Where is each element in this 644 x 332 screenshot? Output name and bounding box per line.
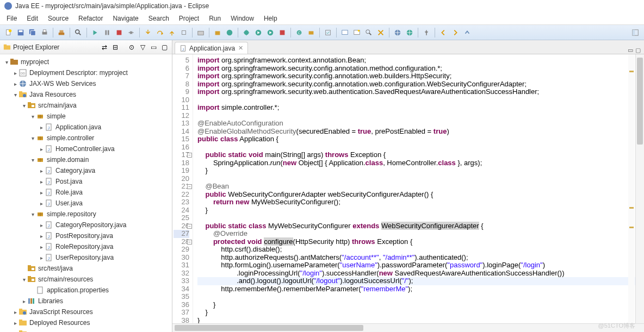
twisty-icon[interactable]: ▸ bbox=[38, 201, 45, 206]
menu-window[interactable]: Window bbox=[226, 14, 258, 23]
minimize-icon[interactable]: ▭ bbox=[149, 43, 158, 52]
tree-node[interactable]: ▾simple.domain bbox=[1, 154, 171, 165]
editor-maximize-icon[interactable]: ▢ bbox=[635, 47, 641, 54]
twisty-icon[interactable]: ▸ bbox=[12, 81, 18, 87]
print-icon[interactable] bbox=[39, 27, 50, 38]
tree-node[interactable]: ▸Libraries bbox=[1, 296, 171, 306]
menu-source[interactable]: Source bbox=[44, 14, 73, 23]
twisty-icon[interactable]: ▸ bbox=[38, 233, 45, 239]
pin-icon[interactable] bbox=[421, 27, 432, 38]
tree-node[interactable]: ▸JHomeController.java bbox=[1, 143, 171, 154]
ext-tools-icon[interactable] bbox=[277, 27, 288, 38]
code-editor[interactable]: 5678910111213141516171819202122232425262… bbox=[172, 54, 644, 323]
step-over-icon[interactable] bbox=[154, 27, 165, 38]
save-icon[interactable] bbox=[15, 27, 26, 38]
editor-tab-application[interactable]: J Application.java ✕ bbox=[175, 42, 248, 54]
menu-project[interactable]: Project bbox=[175, 14, 203, 23]
new-server-icon[interactable] bbox=[195, 27, 206, 38]
menu-search[interactable]: Search bbox=[144, 14, 174, 23]
overview-ruler[interactable] bbox=[628, 54, 635, 332]
menu-edit[interactable]: Edit bbox=[22, 14, 42, 23]
link-editor-icon[interactable]: ⇄ bbox=[100, 43, 109, 52]
maximize-icon[interactable]: ▢ bbox=[160, 43, 169, 52]
tree-node[interactable]: ▸JPostRepository.java bbox=[1, 230, 171, 241]
twisty-icon[interactable]: ▸ bbox=[21, 298, 27, 304]
tree-node[interactable]: ▾simple.repository bbox=[1, 209, 171, 220]
tree-node[interactable]: ▸JRole.java bbox=[1, 187, 171, 198]
open-type-icon[interactable] bbox=[363, 27, 374, 38]
dialog-icon[interactable] bbox=[339, 27, 350, 38]
vertical-scrollbar[interactable] bbox=[635, 54, 644, 332]
twisty-icon[interactable]: ▾ bbox=[29, 157, 36, 163]
twisty-icon[interactable]: ▾ bbox=[21, 103, 27, 109]
tree-node[interactable]: ▸JUser.java bbox=[1, 198, 171, 209]
new-package-icon[interactable] bbox=[306, 27, 317, 38]
up-icon[interactable] bbox=[462, 27, 473, 38]
menu-navigate[interactable]: Navigate bbox=[108, 14, 143, 23]
tree-node[interactable]: ▸src bbox=[1, 328, 171, 332]
menu-file[interactable]: File bbox=[2, 14, 21, 23]
twisty-icon[interactable]: ▸ bbox=[38, 179, 45, 185]
tree-node[interactable]: ▸Deployed Resources bbox=[1, 317, 171, 328]
twisty-icon[interactable]: ▸ bbox=[38, 168, 45, 174]
twisty-icon[interactable]: ▾ bbox=[3, 59, 10, 65]
new-class-icon[interactable]: C bbox=[294, 27, 305, 38]
horizontal-scrollbar[interactable] bbox=[172, 323, 644, 332]
pause-icon[interactable] bbox=[102, 27, 113, 38]
twisty-icon[interactable]: ▸ bbox=[38, 244, 45, 250]
tree-node[interactable]: ▸JavaScript Resources bbox=[1, 306, 171, 317]
tree-node[interactable]: ▾simple bbox=[1, 111, 171, 122]
tree-node[interactable]: application.properties bbox=[1, 285, 171, 296]
menu-help[interactable]: Help bbox=[259, 14, 282, 23]
twisty-icon[interactable]: ▸ bbox=[12, 309, 18, 315]
debug-icon[interactable] bbox=[241, 27, 252, 38]
tree-node[interactable]: ▾src/main/java bbox=[1, 100, 171, 111]
toggle-mark-icon[interactable] bbox=[375, 27, 386, 38]
menu-refactor[interactable]: Refactor bbox=[74, 14, 107, 23]
browser2-icon[interactable] bbox=[404, 27, 415, 38]
run-last-icon[interactable] bbox=[265, 27, 276, 38]
tree-node[interactable]: ▸JUserRepository.java bbox=[1, 252, 171, 263]
tree-node[interactable]: ▸JRoleRepository.java bbox=[1, 241, 171, 252]
twisty-icon[interactable]: ▾ bbox=[21, 277, 27, 283]
tree-node[interactable]: ▾simple.controller bbox=[1, 133, 171, 143]
twisty-icon[interactable]: ▾ bbox=[29, 135, 36, 141]
package-icon[interactable] bbox=[212, 27, 223, 38]
tree-node[interactable]: src/test/java bbox=[1, 263, 171, 274]
save-all-icon[interactable] bbox=[27, 27, 38, 38]
close-icon[interactable]: ✕ bbox=[238, 45, 243, 52]
tree-node[interactable]: ▾src/main/resources bbox=[1, 274, 171, 285]
menu-run[interactable]: Run bbox=[205, 14, 225, 23]
build-icon[interactable] bbox=[56, 27, 67, 38]
tree-node[interactable]: ▸JCategoryRepository.java bbox=[1, 220, 171, 230]
line-gutter[interactable]: 5678910111213141516171819202122232425262… bbox=[172, 54, 193, 323]
code-content[interactable]: import org.springframework.context.annot… bbox=[193, 54, 644, 323]
run-icon[interactable] bbox=[253, 27, 264, 38]
tree-node[interactable]: ▸DDDeployment Descriptor: myproject bbox=[1, 67, 171, 78]
twisty-icon[interactable]: ▾ bbox=[29, 114, 36, 120]
perspective-icon[interactable] bbox=[630, 27, 641, 38]
twisty-icon[interactable]: ▸ bbox=[38, 190, 45, 196]
open-task-icon[interactable] bbox=[323, 27, 333, 38]
editor-minimize-icon[interactable]: ▭ bbox=[628, 47, 633, 54]
view-menu-icon[interactable]: ▽ bbox=[138, 43, 147, 52]
twisty-icon[interactable]: ▸ bbox=[12, 70, 18, 76]
wizard-icon[interactable] bbox=[351, 27, 362, 38]
tree-node[interactable]: ▸JPost.java bbox=[1, 176, 171, 187]
step-return-icon[interactable] bbox=[166, 27, 177, 38]
back-icon[interactable] bbox=[438, 27, 449, 38]
twisty-icon[interactable]: ▸ bbox=[38, 146, 45, 152]
twisty-icon[interactable]: ▸ bbox=[38, 124, 45, 130]
resume-icon[interactable] bbox=[90, 27, 101, 38]
twisty-icon[interactable]: ▾ bbox=[12, 92, 18, 98]
tree-node[interactable]: ▸JCategory.java bbox=[1, 165, 171, 176]
browser-icon[interactable] bbox=[392, 27, 403, 38]
tree-node[interactable]: ▾myproject bbox=[1, 57, 171, 67]
drop-frame-icon[interactable] bbox=[178, 27, 189, 38]
twisty-icon[interactable]: ▸ bbox=[38, 222, 45, 228]
stop-icon[interactable] bbox=[114, 27, 125, 38]
disconnect-icon[interactable] bbox=[126, 27, 137, 38]
tree-node[interactable]: ▸JApplication.java bbox=[1, 122, 171, 133]
tree-node[interactable]: ▾Java Resources bbox=[1, 89, 171, 100]
search-icon[interactable] bbox=[73, 27, 84, 38]
